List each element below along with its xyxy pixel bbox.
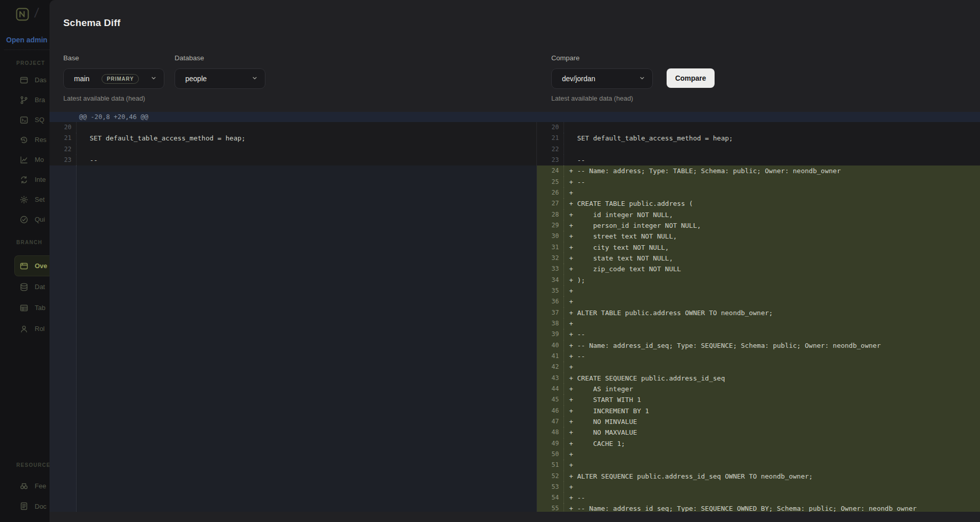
line-content: + -- xyxy=(564,492,980,503)
line-content: + xyxy=(564,318,980,329)
line-number: 34 xyxy=(537,275,564,286)
database-select[interactable]: people xyxy=(175,68,265,89)
line-number: 35 xyxy=(537,286,564,296)
sidebar-item-overview[interactable]: Ove xyxy=(14,255,50,276)
diff-line: 23 -- xyxy=(537,155,980,165)
diff-line: 30+ street text NOT NULL, xyxy=(537,231,980,242)
feedback-icon xyxy=(19,481,29,490)
sidebar-item-quickstart[interactable]: Qui xyxy=(14,209,50,229)
sidebar-item-settings[interactable]: Set xyxy=(14,189,50,209)
diff-line: 34+ ); xyxy=(537,275,980,286)
line-content: + xyxy=(564,286,980,296)
compare-button[interactable]: Compare xyxy=(667,68,715,88)
line-number: 22 xyxy=(50,144,77,155)
diff-line: 35+ xyxy=(537,286,980,296)
integrations-icon xyxy=(19,175,29,184)
line-content xyxy=(564,144,980,155)
line-content: + CACHE 1; xyxy=(564,438,980,449)
open-admin-link[interactable]: Open admin xyxy=(6,36,47,44)
sidebar-item-roles[interactable]: Rol xyxy=(14,318,50,339)
line-content: + xyxy=(564,296,980,307)
line-number: 48 xyxy=(537,427,564,438)
sidebar-item-tables[interactable]: Tab xyxy=(14,297,50,318)
sidebar-section-branch: BRANCHOveDatTabRol xyxy=(0,229,50,339)
line-number: 21 xyxy=(537,133,564,144)
sidebar-item-monitoring[interactable]: Mo xyxy=(14,150,50,170)
diff-filler xyxy=(50,165,536,512)
line-content: + NO MINVALUE xyxy=(564,416,980,427)
line-content: + xyxy=(564,362,980,372)
diff-pane-base[interactable]: 20 21 SET default_table_access_method = … xyxy=(50,122,537,512)
line-content: + -- Name: address; Type: TABLE; Schema:… xyxy=(564,165,980,176)
line-content: + START WITH 1 xyxy=(564,394,980,405)
quickstart-icon xyxy=(19,215,29,224)
diff-line: 50+ xyxy=(537,449,980,460)
line-content: + ALTER TABLE public.address OWNER TO ne… xyxy=(564,307,980,318)
line-number: 23 xyxy=(537,155,564,165)
line-number: 38 xyxy=(537,318,564,329)
line-number: 50 xyxy=(537,449,564,460)
line-content xyxy=(77,122,536,133)
sidebar-item-branches[interactable]: Bra xyxy=(14,90,50,110)
base-branch-select[interactable]: main PRIMARY xyxy=(63,68,164,89)
schema-diff-view: @@ -20,8 +20,46 @@ 20 21 SET default_tab… xyxy=(50,112,980,522)
sidebar-item-docs[interactable]: Doc xyxy=(14,496,50,516)
line-content: -- xyxy=(77,155,536,165)
branches-icon xyxy=(19,96,29,105)
line-content: + city text NOT NULL, xyxy=(564,242,980,253)
sidebar-item-integrations[interactable]: Inte xyxy=(14,170,50,189)
line-number: 20 xyxy=(50,122,77,133)
sidebar-item-database[interactable]: Dat xyxy=(14,276,50,297)
line-number: 55 xyxy=(537,503,564,512)
diff-line: 20 xyxy=(50,122,536,133)
diff-line: 22 xyxy=(537,144,980,155)
sidebar-item-dashboard[interactable]: Das xyxy=(14,70,50,90)
line-number: 53 xyxy=(537,482,564,492)
diff-line: 22 xyxy=(50,144,536,155)
line-number: 46 xyxy=(537,406,564,416)
diff-pane-compare[interactable]: 20 21 SET default_table_access_method = … xyxy=(537,122,980,512)
diff-line: 46+ INCREMENT BY 1 xyxy=(537,406,980,416)
line-number: 51 xyxy=(537,460,564,470)
sidebar-section-title: RESOURCES xyxy=(0,459,50,472)
line-number: 39 xyxy=(537,329,564,340)
sidebar-section-title: BRANCH xyxy=(0,236,50,249)
line-content: -- xyxy=(564,155,980,165)
sidebar: / Open admin PROJECTDasBraSQResMoInteSet… xyxy=(0,0,50,522)
line-content: + -- Name: address_id_seq; Type: SEQUENC… xyxy=(564,340,980,351)
chevron-down-icon xyxy=(252,74,258,83)
sidebar-item-label: Res xyxy=(35,136,46,144)
diff-line: 53+ xyxy=(537,482,980,492)
diff-line: 54+ -- xyxy=(537,492,980,503)
sql-editor-icon xyxy=(19,115,29,125)
base-branch-value: main xyxy=(74,75,89,83)
database-label: Database xyxy=(175,54,265,62)
line-number: 33 xyxy=(537,264,564,274)
line-number: 27 xyxy=(537,198,564,209)
line-number: 31 xyxy=(537,242,564,253)
line-number: 36 xyxy=(537,296,564,307)
sidebar-item-restore[interactable]: Res xyxy=(14,130,50,150)
line-content: + xyxy=(564,460,980,470)
hunk-header: @@ -20,8 +20,46 @@ xyxy=(50,112,980,122)
breadcrumb-separator: / xyxy=(34,5,40,21)
diff-line: 36+ xyxy=(537,296,980,307)
line-content: + id integer NOT NULL, xyxy=(564,209,980,220)
sidebar-item-support[interactable]: Sup xyxy=(14,516,50,522)
line-number: 23 xyxy=(50,155,77,165)
docs-icon xyxy=(19,502,29,511)
line-content: + AS integer xyxy=(564,384,980,394)
tables-icon xyxy=(19,303,29,313)
line-content: + xyxy=(564,187,980,198)
sidebar-item-feedback[interactable]: Fee xyxy=(14,476,50,496)
line-content: + zip_code text NOT NULL xyxy=(564,264,980,274)
diff-line: 37+ ALTER TABLE public.address OWNER TO … xyxy=(537,307,980,318)
sidebar-item-sql-editor[interactable]: SQ xyxy=(14,110,50,130)
line-content xyxy=(77,144,536,155)
compare-branch-select[interactable]: dev/jordan xyxy=(551,68,653,89)
compare-label: Compare xyxy=(551,54,653,62)
diff-line: 48+ NO MAXVALUE xyxy=(537,427,980,438)
line-number: 42 xyxy=(537,362,564,372)
neon-logo-icon[interactable] xyxy=(16,8,29,21)
line-content: + street text NOT NULL, xyxy=(564,231,980,242)
